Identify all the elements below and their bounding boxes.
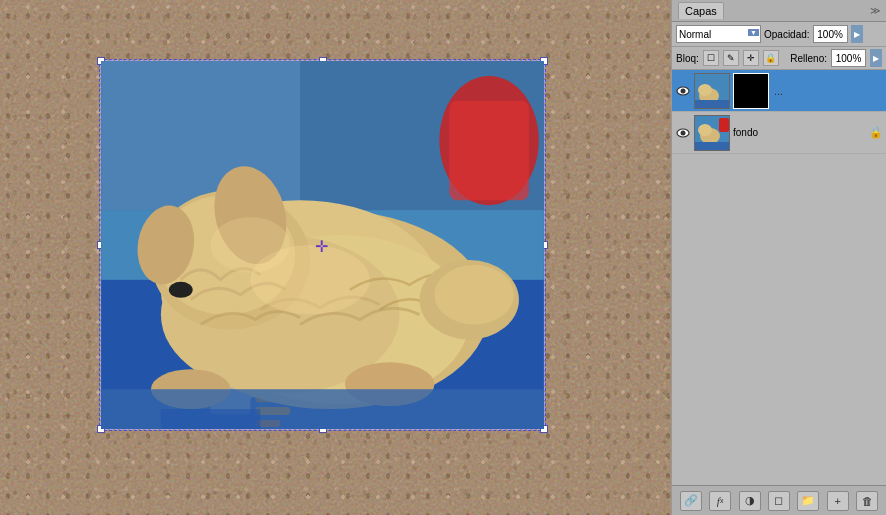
panel-header: Capas ≫	[672, 0, 886, 22]
new-group-btn[interactable]: 📁	[797, 491, 819, 511]
opacity-input[interactable]	[813, 25, 848, 43]
relleno-input[interactable]	[831, 49, 866, 67]
relleno-label: Relleno:	[790, 53, 827, 64]
panel-footer: 🔗 fx ◑ ◻ 📁 + 🗑	[672, 485, 886, 515]
lock-image-btn[interactable]: ✎	[723, 50, 739, 66]
lock-all-btn[interactable]: 🔒	[763, 50, 779, 66]
opacity-chevron[interactable]: ▶	[851, 25, 863, 43]
move-cursor: ✛	[315, 237, 328, 256]
svg-point-32	[681, 88, 686, 93]
new-layer-btn[interactable]: +	[827, 491, 849, 511]
dog-photo: ✛	[101, 61, 544, 429]
svg-rect-36	[695, 100, 730, 109]
capas-tab[interactable]: Capas	[678, 2, 724, 19]
lock-transparent-btn[interactable]: ☐	[703, 50, 719, 66]
layer-item-1[interactable]: ...	[672, 70, 886, 112]
layer-item-fondo[interactable]: fondo 🔒	[672, 112, 886, 154]
svg-point-20	[169, 282, 193, 298]
svg-point-28	[434, 265, 514, 325]
fx-btn[interactable]: fx	[709, 491, 731, 511]
layer-1-visibility[interactable]	[675, 83, 691, 99]
blend-mode-select[interactable]: Normal	[676, 25, 761, 43]
svg-point-38	[681, 130, 686, 135]
relleno-chevron[interactable]: ▶	[870, 49, 882, 67]
blend-opacity-row: Normal Opacidad: ▶	[672, 22, 886, 47]
opacity-label: Opacidad:	[764, 29, 810, 40]
layer-fondo-lock-icon: 🔒	[869, 126, 883, 139]
blend-mode-wrapper[interactable]: Normal	[676, 25, 761, 43]
lock-row: Bloq: ☐ ✎ ✛ 🔒 Relleno: ▶	[672, 47, 886, 70]
layer-1-mask-content	[734, 74, 768, 108]
svg-rect-5	[449, 101, 529, 200]
layers-list: ... fondo 🔒	[672, 70, 886, 485]
svg-rect-30	[161, 409, 260, 429]
svg-point-41	[698, 124, 712, 136]
layer-1-main-thumb[interactable]	[694, 73, 730, 109]
layer-fondo-name: fondo	[733, 127, 866, 138]
lock-label: Bloq:	[676, 53, 699, 64]
svg-point-24	[211, 217, 291, 273]
layers-panel: Capas ≫ Normal Opacidad: ▶ Bloq: ☐ ✎ ✛ 🔒…	[671, 0, 886, 515]
layer-fondo-visibility[interactable]	[675, 125, 691, 141]
new-fill-adjustment-btn[interactable]: ◑	[739, 491, 761, 511]
image-container[interactable]: ✛	[100, 60, 545, 430]
svg-point-35	[698, 84, 712, 96]
link-layers-btn[interactable]: 🔗	[680, 491, 702, 511]
add-mask-btn[interactable]: ◻	[768, 491, 790, 511]
svg-rect-42	[695, 142, 730, 151]
layer-1-mask-thumb[interactable]	[733, 73, 769, 109]
lock-position-btn[interactable]: ✛	[743, 50, 759, 66]
delete-layer-btn[interactable]: 🗑	[856, 491, 878, 511]
layer-fondo-thumb[interactable]	[694, 115, 730, 151]
layer-1-more[interactable]: ...	[772, 85, 785, 97]
panel-more-icon[interactable]: ≫	[870, 5, 880, 16]
canvas-area: ✛	[0, 0, 671, 515]
svg-rect-43	[719, 118, 729, 132]
